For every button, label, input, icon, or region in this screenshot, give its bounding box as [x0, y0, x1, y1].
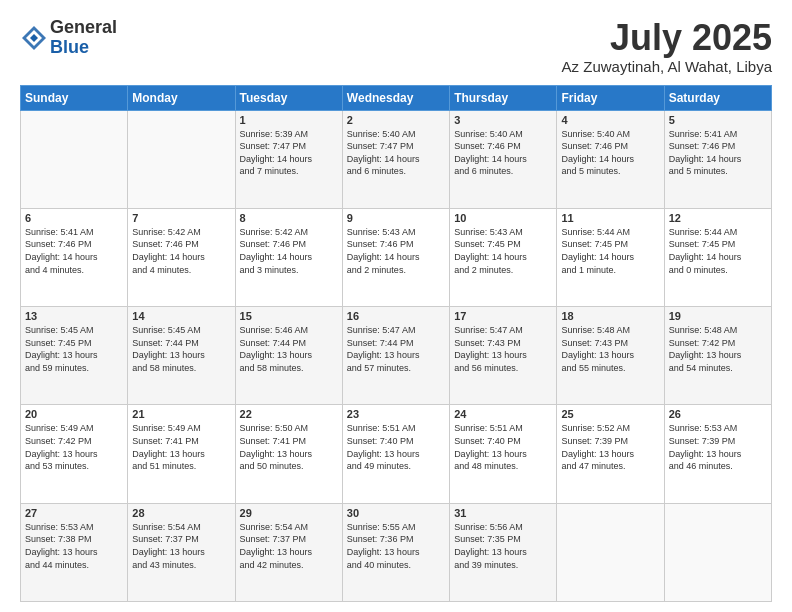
calendar-cell: 13Sunrise: 5:45 AM Sunset: 7:45 PM Dayli…: [21, 307, 128, 405]
calendar-cell: 2Sunrise: 5:40 AM Sunset: 7:47 PM Daylig…: [342, 110, 449, 208]
calendar-cell: 8Sunrise: 5:42 AM Sunset: 7:46 PM Daylig…: [235, 208, 342, 306]
calendar-cell: 3Sunrise: 5:40 AM Sunset: 7:46 PM Daylig…: [450, 110, 557, 208]
day-number: 29: [240, 507, 338, 519]
day-number: 31: [454, 507, 552, 519]
day-number: 3: [454, 114, 552, 126]
day-info: Sunrise: 5:50 AM Sunset: 7:41 PM Dayligh…: [240, 422, 338, 472]
calendar-cell: 25Sunrise: 5:52 AM Sunset: 7:39 PM Dayli…: [557, 405, 664, 503]
calendar-cell: 30Sunrise: 5:55 AM Sunset: 7:36 PM Dayli…: [342, 503, 449, 601]
calendar-cell: 22Sunrise: 5:50 AM Sunset: 7:41 PM Dayli…: [235, 405, 342, 503]
calendar-cell: 18Sunrise: 5:48 AM Sunset: 7:43 PM Dayli…: [557, 307, 664, 405]
calendar-cell: 4Sunrise: 5:40 AM Sunset: 7:46 PM Daylig…: [557, 110, 664, 208]
calendar-cell: 6Sunrise: 5:41 AM Sunset: 7:46 PM Daylig…: [21, 208, 128, 306]
day-number: 30: [347, 507, 445, 519]
logo-text: General Blue: [50, 18, 117, 58]
calendar-cell: 14Sunrise: 5:45 AM Sunset: 7:44 PM Dayli…: [128, 307, 235, 405]
day-number: 28: [132, 507, 230, 519]
calendar-cell: [664, 503, 771, 601]
day-number: 22: [240, 408, 338, 420]
day-number: 27: [25, 507, 123, 519]
header: General Blue July 2025 Az Zuwaytinah, Al…: [20, 18, 772, 75]
day-number: 1: [240, 114, 338, 126]
day-info: Sunrise: 5:49 AM Sunset: 7:41 PM Dayligh…: [132, 422, 230, 472]
calendar-cell: 7Sunrise: 5:42 AM Sunset: 7:46 PM Daylig…: [128, 208, 235, 306]
day-info: Sunrise: 5:42 AM Sunset: 7:46 PM Dayligh…: [240, 226, 338, 276]
calendar-cell: 28Sunrise: 5:54 AM Sunset: 7:37 PM Dayli…: [128, 503, 235, 601]
calendar-header: Sunday Monday Tuesday Wednesday Thursday…: [21, 85, 772, 110]
day-number: 2: [347, 114, 445, 126]
day-info: Sunrise: 5:49 AM Sunset: 7:42 PM Dayligh…: [25, 422, 123, 472]
day-info: Sunrise: 5:44 AM Sunset: 7:45 PM Dayligh…: [561, 226, 659, 276]
day-info: Sunrise: 5:39 AM Sunset: 7:47 PM Dayligh…: [240, 128, 338, 178]
day-info: Sunrise: 5:53 AM Sunset: 7:39 PM Dayligh…: [669, 422, 767, 472]
day-info: Sunrise: 5:56 AM Sunset: 7:35 PM Dayligh…: [454, 521, 552, 571]
calendar-cell: 24Sunrise: 5:51 AM Sunset: 7:40 PM Dayli…: [450, 405, 557, 503]
calendar-cell: 27Sunrise: 5:53 AM Sunset: 7:38 PM Dayli…: [21, 503, 128, 601]
calendar-body: 1Sunrise: 5:39 AM Sunset: 7:47 PM Daylig…: [21, 110, 772, 601]
week-row-4: 20Sunrise: 5:49 AM Sunset: 7:42 PM Dayli…: [21, 405, 772, 503]
calendar-cell: 9Sunrise: 5:43 AM Sunset: 7:46 PM Daylig…: [342, 208, 449, 306]
month-title: July 2025: [562, 18, 772, 58]
calendar-cell: [21, 110, 128, 208]
col-wednesday: Wednesday: [342, 85, 449, 110]
week-row-1: 1Sunrise: 5:39 AM Sunset: 7:47 PM Daylig…: [21, 110, 772, 208]
day-info: Sunrise: 5:48 AM Sunset: 7:42 PM Dayligh…: [669, 324, 767, 374]
week-row-2: 6Sunrise: 5:41 AM Sunset: 7:46 PM Daylig…: [21, 208, 772, 306]
day-info: Sunrise: 5:41 AM Sunset: 7:46 PM Dayligh…: [669, 128, 767, 178]
day-info: Sunrise: 5:51 AM Sunset: 7:40 PM Dayligh…: [454, 422, 552, 472]
day-number: 6: [25, 212, 123, 224]
day-info: Sunrise: 5:45 AM Sunset: 7:45 PM Dayligh…: [25, 324, 123, 374]
calendar-cell: 21Sunrise: 5:49 AM Sunset: 7:41 PM Dayli…: [128, 405, 235, 503]
day-number: 25: [561, 408, 659, 420]
day-info: Sunrise: 5:46 AM Sunset: 7:44 PM Dayligh…: [240, 324, 338, 374]
day-number: 13: [25, 310, 123, 322]
day-info: Sunrise: 5:43 AM Sunset: 7:45 PM Dayligh…: [454, 226, 552, 276]
day-number: 16: [347, 310, 445, 322]
day-number: 21: [132, 408, 230, 420]
calendar-cell: 15Sunrise: 5:46 AM Sunset: 7:44 PM Dayli…: [235, 307, 342, 405]
calendar-cell: 10Sunrise: 5:43 AM Sunset: 7:45 PM Dayli…: [450, 208, 557, 306]
col-thursday: Thursday: [450, 85, 557, 110]
day-number: 9: [347, 212, 445, 224]
day-info: Sunrise: 5:45 AM Sunset: 7:44 PM Dayligh…: [132, 324, 230, 374]
day-info: Sunrise: 5:40 AM Sunset: 7:47 PM Dayligh…: [347, 128, 445, 178]
calendar-cell: 17Sunrise: 5:47 AM Sunset: 7:43 PM Dayli…: [450, 307, 557, 405]
day-number: 19: [669, 310, 767, 322]
page: General Blue July 2025 Az Zuwaytinah, Al…: [0, 0, 792, 612]
day-info: Sunrise: 5:40 AM Sunset: 7:46 PM Dayligh…: [454, 128, 552, 178]
logo-blue: Blue: [50, 38, 117, 58]
col-monday: Monday: [128, 85, 235, 110]
day-number: 8: [240, 212, 338, 224]
week-row-3: 13Sunrise: 5:45 AM Sunset: 7:45 PM Dayli…: [21, 307, 772, 405]
day-info: Sunrise: 5:44 AM Sunset: 7:45 PM Dayligh…: [669, 226, 767, 276]
day-number: 14: [132, 310, 230, 322]
day-info: Sunrise: 5:48 AM Sunset: 7:43 PM Dayligh…: [561, 324, 659, 374]
day-number: 7: [132, 212, 230, 224]
day-info: Sunrise: 5:43 AM Sunset: 7:46 PM Dayligh…: [347, 226, 445, 276]
day-info: Sunrise: 5:51 AM Sunset: 7:40 PM Dayligh…: [347, 422, 445, 472]
calendar-cell: 23Sunrise: 5:51 AM Sunset: 7:40 PM Dayli…: [342, 405, 449, 503]
day-info: Sunrise: 5:47 AM Sunset: 7:44 PM Dayligh…: [347, 324, 445, 374]
day-number: 10: [454, 212, 552, 224]
calendar: Sunday Monday Tuesday Wednesday Thursday…: [20, 85, 772, 602]
calendar-cell: 1Sunrise: 5:39 AM Sunset: 7:47 PM Daylig…: [235, 110, 342, 208]
calendar-cell: 5Sunrise: 5:41 AM Sunset: 7:46 PM Daylig…: [664, 110, 771, 208]
day-info: Sunrise: 5:55 AM Sunset: 7:36 PM Dayligh…: [347, 521, 445, 571]
header-row: Sunday Monday Tuesday Wednesday Thursday…: [21, 85, 772, 110]
day-info: Sunrise: 5:54 AM Sunset: 7:37 PM Dayligh…: [240, 521, 338, 571]
col-friday: Friday: [557, 85, 664, 110]
calendar-cell: 16Sunrise: 5:47 AM Sunset: 7:44 PM Dayli…: [342, 307, 449, 405]
day-info: Sunrise: 5:47 AM Sunset: 7:43 PM Dayligh…: [454, 324, 552, 374]
col-tuesday: Tuesday: [235, 85, 342, 110]
day-info: Sunrise: 5:41 AM Sunset: 7:46 PM Dayligh…: [25, 226, 123, 276]
calendar-cell: [557, 503, 664, 601]
day-info: Sunrise: 5:42 AM Sunset: 7:46 PM Dayligh…: [132, 226, 230, 276]
col-sunday: Sunday: [21, 85, 128, 110]
day-info: Sunrise: 5:52 AM Sunset: 7:39 PM Dayligh…: [561, 422, 659, 472]
day-number: 24: [454, 408, 552, 420]
calendar-cell: 20Sunrise: 5:49 AM Sunset: 7:42 PM Dayli…: [21, 405, 128, 503]
calendar-cell: 12Sunrise: 5:44 AM Sunset: 7:45 PM Dayli…: [664, 208, 771, 306]
day-number: 11: [561, 212, 659, 224]
day-number: 17: [454, 310, 552, 322]
logo-general: General: [50, 18, 117, 38]
